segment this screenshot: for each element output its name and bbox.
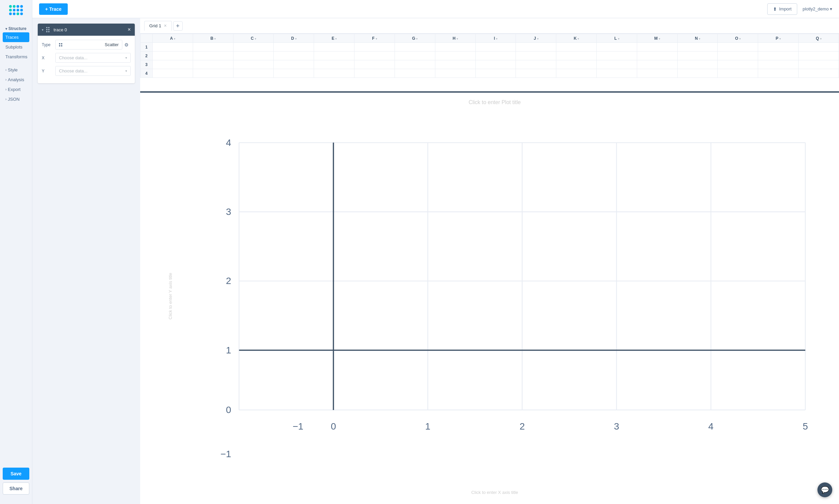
- col-header-C[interactable]: C▾: [233, 34, 273, 43]
- col-header-F[interactable]: F▾: [355, 34, 395, 43]
- trace-close-button[interactable]: ×: [128, 27, 131, 32]
- col-header-J[interactable]: J▾: [516, 34, 556, 43]
- cell-C2[interactable]: [233, 52, 273, 60]
- col-header-H[interactable]: H▾: [435, 34, 476, 43]
- sidebar-item-export[interactable]: › Export: [3, 85, 29, 94]
- cell-G1[interactable]: [395, 43, 435, 52]
- col-header-P[interactable]: P▾: [758, 34, 799, 43]
- col-header-K[interactable]: K▾: [556, 34, 597, 43]
- cell-I3[interactable]: [476, 60, 516, 69]
- cell-A2[interactable]: [153, 52, 193, 60]
- col-header-D[interactable]: D▾: [273, 34, 314, 43]
- cell-C1[interactable]: [233, 43, 273, 52]
- x-axis-title[interactable]: Click to enter X axis title: [471, 490, 518, 495]
- cell-N4[interactable]: [677, 69, 718, 78]
- cell-Q1[interactable]: [799, 43, 839, 52]
- chat-bubble[interactable]: 💬: [818, 483, 832, 497]
- cell-O4[interactable]: [718, 69, 758, 78]
- cell-E4[interactable]: [314, 69, 355, 78]
- cell-L4[interactable]: [596, 69, 637, 78]
- import-button[interactable]: ⬆ Import: [767, 3, 797, 15]
- cell-J3[interactable]: [516, 60, 556, 69]
- spreadsheet[interactable]: A▾B▾C▾D▾E▾F▾G▾H▾I▾J▾K▾L▾M▾N▾O▾P▾Q▾ 1234: [140, 34, 839, 93]
- cell-B1[interactable]: [193, 43, 233, 52]
- cell-P1[interactable]: [758, 43, 799, 52]
- cell-K2[interactable]: [556, 52, 597, 60]
- cell-O3[interactable]: [718, 60, 758, 69]
- cell-C3[interactable]: [233, 60, 273, 69]
- col-header-B[interactable]: B▾: [193, 34, 233, 43]
- cell-Q2[interactable]: [799, 52, 839, 60]
- cell-J1[interactable]: [516, 43, 556, 52]
- type-input[interactable]: Scatter: [55, 40, 122, 50]
- col-header-M[interactable]: M▾: [637, 34, 677, 43]
- x-input[interactable]: Choose data... ▾: [55, 53, 131, 63]
- cell-O2[interactable]: [718, 52, 758, 60]
- col-header-L[interactable]: L▾: [596, 34, 637, 43]
- sidebar-item-subplots[interactable]: Subplots: [3, 42, 29, 52]
- user-menu[interactable]: plotly2_demo ▾: [803, 6, 832, 12]
- plot-title[interactable]: Click to enter Plot title: [160, 100, 829, 105]
- cell-G2[interactable]: [395, 52, 435, 60]
- cell-J2[interactable]: [516, 52, 556, 60]
- sidebar-item-transforms[interactable]: Transforms: [3, 52, 29, 62]
- cell-P3[interactable]: [758, 60, 799, 69]
- cell-C4[interactable]: [233, 69, 273, 78]
- col-header-N[interactable]: N▾: [677, 34, 718, 43]
- cell-E2[interactable]: [314, 52, 355, 60]
- cell-K1[interactable]: [556, 43, 597, 52]
- cell-M1[interactable]: [637, 43, 677, 52]
- cell-M4[interactable]: [637, 69, 677, 78]
- sidebar-item-analysis[interactable]: › Analysis: [3, 75, 29, 85]
- cell-I2[interactable]: [476, 52, 516, 60]
- cell-L2[interactable]: [596, 52, 637, 60]
- col-header-G[interactable]: G▾: [395, 34, 435, 43]
- cell-L1[interactable]: [596, 43, 637, 52]
- cell-Q4[interactable]: [799, 69, 839, 78]
- sidebar-item-traces[interactable]: Traces: [3, 32, 29, 42]
- cell-D2[interactable]: [273, 52, 314, 60]
- save-button[interactable]: Save: [3, 468, 29, 480]
- cell-H2[interactable]: [435, 52, 476, 60]
- col-header-I[interactable]: I▾: [476, 34, 516, 43]
- cell-N3[interactable]: [677, 60, 718, 69]
- grid-tab-1[interactable]: Grid 1 ×: [144, 21, 172, 31]
- cell-M3[interactable]: [637, 60, 677, 69]
- structure-label[interactable]: ▾ Structure: [3, 23, 29, 32]
- cell-N1[interactable]: [677, 43, 718, 52]
- add-trace-button[interactable]: + Trace: [39, 3, 68, 15]
- cell-E1[interactable]: [314, 43, 355, 52]
- sidebar-item-json[interactable]: › JSON: [3, 94, 29, 104]
- y-input[interactable]: Choose data... ▾: [55, 66, 131, 76]
- cell-H3[interactable]: [435, 60, 476, 69]
- cell-A1[interactable]: [153, 43, 193, 52]
- cell-F3[interactable]: [355, 60, 395, 69]
- col-header-E[interactable]: E▾: [314, 34, 355, 43]
- tab-close-button[interactable]: ×: [164, 23, 166, 28]
- cell-G3[interactable]: [395, 60, 435, 69]
- cell-F2[interactable]: [355, 52, 395, 60]
- cell-P4[interactable]: [758, 69, 799, 78]
- sidebar-item-style[interactable]: › Style: [3, 65, 29, 75]
- cell-B4[interactable]: [193, 69, 233, 78]
- cell-K4[interactable]: [556, 69, 597, 78]
- add-tab-button[interactable]: +: [173, 21, 183, 31]
- cell-F4[interactable]: [355, 69, 395, 78]
- type-gear-button[interactable]: ⚙: [122, 42, 131, 48]
- cell-A3[interactable]: [153, 60, 193, 69]
- cell-F1[interactable]: [355, 43, 395, 52]
- y-axis-title[interactable]: Click to enter Y axis title: [168, 273, 173, 319]
- cell-H1[interactable]: [435, 43, 476, 52]
- cell-Q3[interactable]: [799, 60, 839, 69]
- cell-D4[interactable]: [273, 69, 314, 78]
- cell-A4[interactable]: [153, 69, 193, 78]
- share-button[interactable]: Share: [3, 483, 29, 494]
- col-header-A[interactable]: A▾: [153, 34, 193, 43]
- cell-L3[interactable]: [596, 60, 637, 69]
- cell-H4[interactable]: [435, 69, 476, 78]
- cell-B3[interactable]: [193, 60, 233, 69]
- cell-B2[interactable]: [193, 52, 233, 60]
- cell-I1[interactable]: [476, 43, 516, 52]
- cell-G4[interactable]: [395, 69, 435, 78]
- cell-I4[interactable]: [476, 69, 516, 78]
